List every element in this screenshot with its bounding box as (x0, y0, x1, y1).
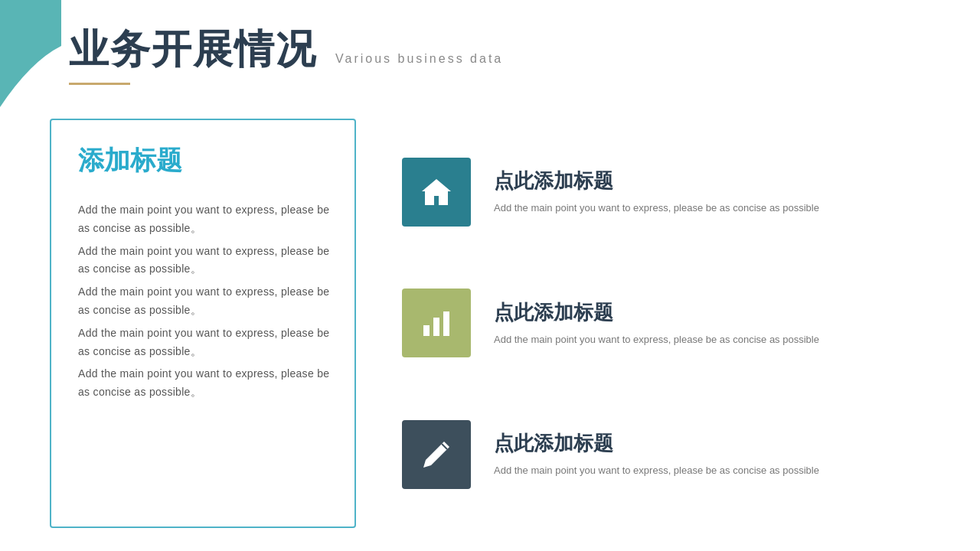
item-text-1: 点此添加标题 Add the main point you want to ex… (494, 168, 930, 217)
house-icon-box (402, 158, 471, 227)
card-body: Add the main point you want to express, … (78, 201, 332, 402)
page-subtitle: Various business data (335, 52, 503, 66)
page-title: 业务开展情况 (69, 23, 317, 77)
item-desc-1: Add the main point you want to express, … (494, 201, 838, 217)
chart-icon-box (402, 289, 471, 357)
right-items: 点此添加标题 Add the main point you want to ex… (402, 119, 930, 528)
list-item: 点此添加标题 Add the main point you want to ex… (402, 158, 930, 227)
item-title-2: 点此添加标题 (494, 299, 930, 326)
card-paragraph-2: Add the main point you want to express, … (78, 243, 332, 279)
main-content: 添加标题 Add the main point you want to expr… (50, 119, 930, 528)
item-text-2: 点此添加标题 Add the main point you want to ex… (494, 299, 930, 348)
list-item: 点此添加标题 Add the main point you want to ex… (402, 289, 930, 357)
item-desc-3: Add the main point you want to express, … (494, 463, 838, 479)
svg-rect-2 (443, 311, 449, 336)
card-paragraph-5: Add the main point you want to express, … (78, 365, 332, 402)
item-text-3: 点此添加标题 Add the main point you want to ex… (494, 430, 930, 479)
left-card: 添加标题 Add the main point you want to expr… (50, 119, 356, 528)
chart-icon (417, 304, 456, 342)
header: 业务开展情况 Various business data (69, 23, 503, 85)
item-title-3: 点此添加标题 (494, 430, 930, 457)
corner-decoration (0, 0, 61, 107)
pencil-icon-box (402, 420, 471, 489)
list-item: 点此添加标题 Add the main point you want to ex… (402, 420, 930, 489)
house-icon (417, 173, 456, 211)
card-paragraph-3: Add the main point you want to express, … (78, 283, 332, 320)
card-title: 添加标题 (78, 143, 332, 178)
card-paragraph-4: Add the main point you want to express, … (78, 324, 332, 361)
header-underline (69, 83, 130, 85)
svg-rect-1 (433, 318, 439, 336)
card-paragraph-1: Add the main point you want to express, … (78, 201, 332, 238)
item-desc-2: Add the main point you want to express, … (494, 332, 838, 348)
item-title-1: 点此添加标题 (494, 168, 930, 194)
svg-rect-0 (423, 325, 430, 336)
pencil-icon (417, 435, 456, 474)
